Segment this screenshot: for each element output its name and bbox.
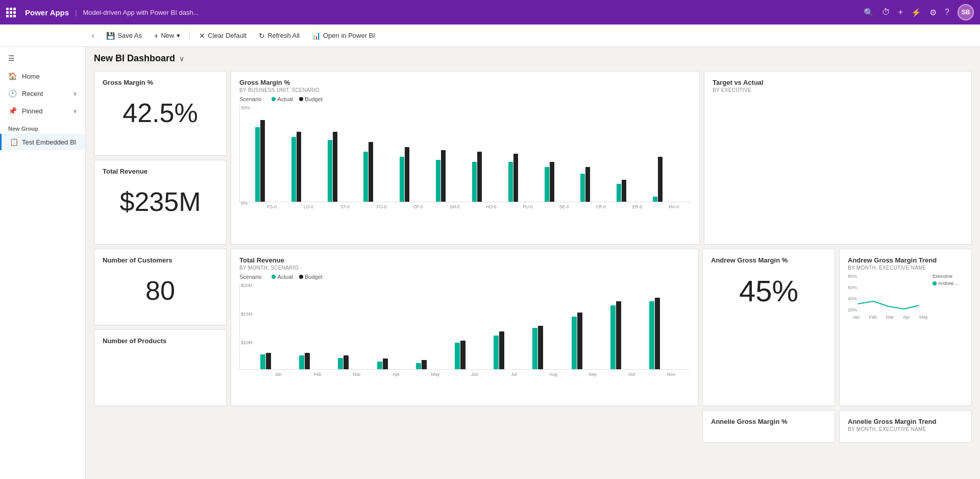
gross-margin-chart-title: Gross Margin %: [239, 79, 691, 86]
breadcrumb-title: Model-driven App with Power BI dash...: [83, 9, 199, 16]
open-in-power-bi-label: Open in Power BI: [323, 32, 375, 39]
settings-icon[interactable]: ⚙: [929, 8, 937, 17]
y-80-label: 80%: [848, 274, 933, 279]
clear-icon: ✕: [199, 32, 205, 40]
revenue-legend-budget: Budget: [305, 274, 323, 280]
page-title: New BI Dashboard: [94, 53, 175, 64]
sidebar-item-home[interactable]: 🏠 Home: [0, 67, 85, 85]
total-revenue-chart-title: Total Revenue: [239, 256, 690, 264]
sidebar: ☰ 🏠 Home 🕐 Recent ∨ 📌 Pinned ∨ New Group…: [0, 47, 86, 479]
total-revenue-title: Total Revenue: [103, 167, 218, 175]
andrew-trend-card: Andrew Gross Margin Trend BY MONTH, EXEC…: [839, 249, 972, 406]
andrew-legend-label: Andrew ...: [938, 281, 959, 286]
top-nav-right: 🔍 ⏱ + ⚡ ⚙ ? SB: [864, 4, 974, 20]
page-title-chevron[interactable]: ∨: [179, 55, 184, 63]
legend-actual: Actual: [277, 96, 293, 102]
new-label: New: [161, 32, 174, 39]
help-icon[interactable]: ?: [945, 8, 949, 17]
sidebar-item-test-embedded[interactable]: 📋 Test Embedded BI: [0, 134, 85, 150]
num-products-title: Number of Products: [103, 337, 218, 345]
sidebar-item-recent[interactable]: 🕐 Recent ∨: [0, 85, 85, 102]
total-revenue-chart-subtitle: BY MONTH, SCENARIO: [239, 265, 690, 271]
home-label: Home: [22, 73, 40, 80]
actual-dot: [272, 97, 276, 101]
annelie-gross-margin-card: Annelie Gross Margin %: [702, 410, 835, 443]
recent-label: Recent: [22, 90, 43, 98]
target-vs-actual-card: Target vs Actual BY EXECUTIVE: [704, 71, 972, 245]
hamburger-icon: ☰: [8, 54, 15, 62]
new-chevron: ▾: [177, 32, 180, 39]
y-50-label: 50%: [241, 105, 250, 110]
y-15m-label: $15M: [241, 312, 253, 317]
legend-budget: Budget: [305, 96, 323, 102]
num-customers-value: 80: [103, 265, 218, 316]
y-0-label: 0%: [241, 201, 248, 206]
sidebar-item-pinned[interactable]: 📌 Pinned ∨: [0, 102, 85, 119]
num-customers-title: Number of Customers: [103, 256, 218, 264]
power-bi-icon: 📊: [312, 32, 321, 40]
executive-label: Executive: [933, 274, 963, 279]
refresh-all-button[interactable]: ↻ Refresh All: [254, 29, 305, 42]
dashboard-row-3: Annelie Gross Margin % Annelie Gross Mar…: [94, 410, 972, 443]
clear-default-button[interactable]: ✕ Clear Default: [194, 29, 252, 42]
annelie-trend-title: Annelie Gross Margin Trend: [848, 418, 963, 425]
spacer-left: [94, 410, 227, 430]
revenue-legend-actual: Actual: [277, 274, 293, 280]
dashboard-row-2: Number of Customers 80 Number of Product…: [94, 249, 972, 406]
y-20m-label: $20M: [241, 283, 253, 288]
spacer-mid: [231, 410, 698, 430]
recent-chevron: ∨: [73, 90, 77, 97]
recent-icon: 🕐: [8, 89, 17, 98]
andrew-trend-title: Andrew Gross Margin Trend: [848, 256, 963, 264]
revenue-chart-legend: Scenario Actual Budget: [239, 274, 690, 280]
main-layout: ☰ 🏠 Home 🕐 Recent ∨ 📌 Pinned ∨ New Group…: [0, 47, 980, 479]
pinned-chevron: ∨: [73, 108, 77, 114]
toolbar: ‹ 💾 Save As + New ▾ ✕ Clear Default ↻ Re…: [0, 25, 980, 47]
back-button[interactable]: ‹: [87, 29, 99, 42]
save-as-button[interactable]: 💾 Save As: [101, 29, 147, 42]
new-button[interactable]: + New ▾: [149, 29, 185, 42]
andrew-gross-margin-card: Andrew Gross Margin % 45%: [702, 249, 835, 406]
y-10m-label: $10M: [241, 340, 253, 345]
waffle-icon[interactable]: [6, 8, 16, 17]
andrew-gross-margin-value: 45%: [711, 265, 826, 316]
y-60-label: 60%: [848, 285, 933, 290]
andrew-trend-subtitle: BY MONTH, EXECUTIVE NAME: [848, 265, 963, 271]
andrew-line-chart: [858, 291, 972, 327]
andrew-gross-margin-title: Andrew Gross Margin %: [711, 256, 826, 264]
target-vs-actual-title: Target vs Actual: [713, 79, 963, 86]
revenue-budget-dot: [299, 275, 303, 279]
left-column-2: Number of Customers 80 Number of Product…: [94, 249, 227, 406]
sidebar-group-label: New Group: [0, 119, 85, 134]
back-icon: ‹: [92, 32, 94, 39]
new-icon: +: [154, 32, 158, 40]
num-products-card: Number of Products: [94, 329, 227, 406]
avatar[interactable]: SB: [958, 4, 974, 20]
nav-item-icon: 📋: [10, 138, 18, 146]
pinned-icon: 📌: [8, 107, 17, 115]
sidebar-collapse-button[interactable]: ☰: [0, 49, 85, 67]
refresh-icon[interactable]: ⏱: [882, 8, 890, 17]
refresh-all-icon: ↻: [259, 32, 265, 40]
breadcrumb-sep: |: [75, 9, 77, 16]
gross-margin-chart-card: Gross Margin % BY BUSINESS UNIT, SCENARI…: [231, 71, 700, 245]
search-icon[interactable]: 🔍: [864, 8, 874, 17]
filter-icon[interactable]: ⚡: [911, 8, 921, 17]
budget-dot: [299, 97, 303, 101]
page-header: New BI Dashboard ∨: [94, 53, 972, 64]
home-icon: 🏠: [8, 72, 17, 80]
gross-margin-pct-card: Gross Margin % 42.5%: [94, 71, 227, 156]
scenario-label: Scenario: [239, 96, 261, 102]
num-customers-card: Number of Customers 80: [94, 249, 227, 325]
add-icon[interactable]: +: [898, 8, 903, 17]
target-vs-actual-subtitle: BY EXECUTIVE: [713, 87, 963, 93]
revenue-actual-dot: [272, 275, 276, 279]
total-revenue-chart-card: Total Revenue BY MONTH, SCENARIO Scenari…: [231, 249, 698, 406]
content-area: New BI Dashboard ∨ Gross Margin % 42.5% …: [86, 47, 980, 479]
top-nav: Power Apps | Model-driven App with Power…: [0, 0, 980, 25]
open-in-power-bi-button[interactable]: 📊 Open in Power BI: [307, 29, 380, 42]
clear-default-label: Clear Default: [208, 32, 247, 39]
refresh-all-label: Refresh All: [267, 32, 300, 39]
gross-margin-pct-title: Gross Margin %: [103, 79, 218, 86]
pinned-label: Pinned: [22, 107, 42, 115]
